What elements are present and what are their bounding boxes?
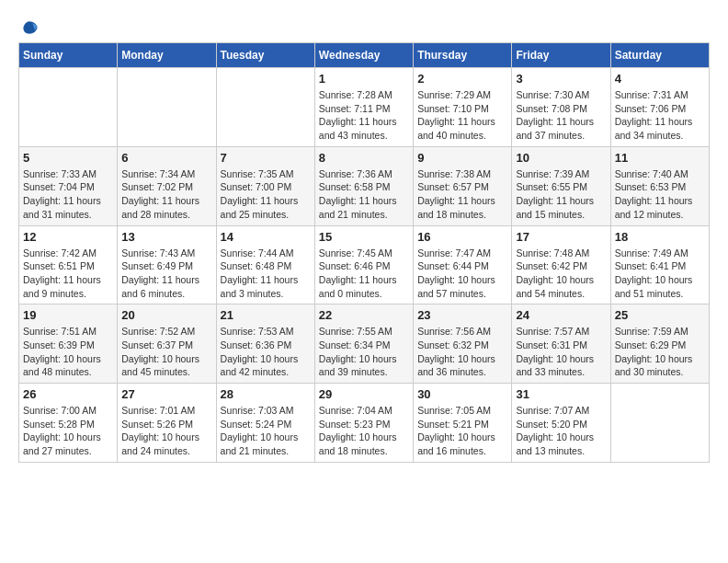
day-info: Sunrise: 7:05 AMSunset: 5:21 PMDaylight:… (417, 404, 507, 458)
day-number: 7 (221, 151, 311, 165)
day-number: 3 (516, 72, 606, 86)
day-info: Sunrise: 7:03 AMSunset: 5:24 PMDaylight:… (221, 404, 311, 458)
calendar-cell: 22Sunrise: 7:55 AMSunset: 6:34 PMDayligh… (314, 304, 413, 384)
day-info: Sunrise: 7:40 AMSunset: 6:53 PMDaylight:… (615, 167, 705, 222)
day-info: Sunrise: 7:01 AMSunset: 5:26 PMDaylight:… (121, 404, 211, 458)
calendar-header: SundayMondayTuesdayWednesdayThursdayFrid… (19, 43, 710, 68)
calendar-cell: 25Sunrise: 7:59 AMSunset: 6:29 PMDayligh… (610, 304, 709, 384)
calendar-cell: 21Sunrise: 7:53 AMSunset: 6:36 PMDayligh… (216, 304, 314, 384)
day-number: 2 (417, 72, 507, 86)
calendar-cell (19, 68, 118, 147)
calendar-cell: 14Sunrise: 7:44 AMSunset: 6:48 PMDayligh… (216, 225, 314, 304)
day-number: 25 (615, 308, 705, 322)
day-info: Sunrise: 7:35 AMSunset: 7:00 PMDaylight:… (221, 167, 311, 222)
calendar-cell: 30Sunrise: 7:05 AMSunset: 5:21 PMDayligh… (414, 384, 512, 463)
calendar-week-row: 26Sunrise: 7:00 AMSunset: 5:28 PMDayligh… (19, 384, 710, 463)
day-info: Sunrise: 7:55 AMSunset: 6:34 PMDaylight:… (319, 325, 409, 379)
day-info: Sunrise: 7:29 AMSunset: 7:10 PMDaylight:… (417, 88, 507, 143)
calendar-table: SundayMondayTuesdayWednesdayThursdayFrid… (18, 42, 710, 463)
day-number: 19 (23, 308, 113, 322)
day-info: Sunrise: 7:28 AMSunset: 7:11 PMDaylight:… (319, 88, 409, 143)
day-info: Sunrise: 7:45 AMSunset: 6:46 PMDaylight:… (319, 247, 409, 301)
day-number: 16 (417, 230, 507, 244)
calendar-cell: 7Sunrise: 7:35 AMSunset: 7:00 PMDaylight… (216, 146, 314, 225)
day-info: Sunrise: 7:39 AMSunset: 6:55 PMDaylight:… (516, 167, 606, 222)
calendar-cell: 17Sunrise: 7:48 AMSunset: 6:42 PMDayligh… (512, 225, 610, 304)
day-info: Sunrise: 7:30 AMSunset: 7:08 PMDaylight:… (516, 88, 606, 143)
calendar-cell: 18Sunrise: 7:49 AMSunset: 6:41 PMDayligh… (610, 225, 709, 304)
calendar-cell: 26Sunrise: 7:00 AMSunset: 5:28 PMDayligh… (19, 384, 118, 463)
day-number: 11 (615, 151, 705, 165)
day-info: Sunrise: 7:38 AMSunset: 6:57 PMDaylight:… (417, 167, 507, 222)
day-info: Sunrise: 7:59 AMSunset: 6:29 PMDaylight:… (615, 325, 705, 379)
day-number: 5 (23, 151, 113, 165)
calendar-week-row: 19Sunrise: 7:51 AMSunset: 6:39 PMDayligh… (19, 304, 710, 384)
calendar-cell: 3Sunrise: 7:30 AMSunset: 7:08 PMDaylight… (512, 68, 610, 147)
day-number: 15 (319, 230, 409, 244)
calendar-cell: 1Sunrise: 7:28 AMSunset: 7:11 PMDaylight… (314, 68, 413, 147)
day-number: 23 (417, 308, 507, 322)
calendar-cell: 9Sunrise: 7:38 AMSunset: 6:57 PMDaylight… (414, 146, 512, 225)
page-header (18, 18, 710, 33)
calendar-week-row: 12Sunrise: 7:42 AMSunset: 6:51 PMDayligh… (19, 225, 710, 304)
day-of-week-header: Sunday (19, 43, 118, 68)
day-info: Sunrise: 7:52 AMSunset: 6:37 PMDaylight:… (121, 325, 211, 379)
day-info: Sunrise: 7:07 AMSunset: 5:20 PMDaylight:… (516, 404, 606, 458)
day-number: 21 (221, 308, 311, 322)
calendar-cell: 13Sunrise: 7:43 AMSunset: 6:49 PMDayligh… (118, 225, 216, 304)
calendar-week-row: 5Sunrise: 7:33 AMSunset: 7:04 PMDaylight… (19, 146, 710, 225)
day-info: Sunrise: 7:33 AMSunset: 7:04 PMDaylight:… (23, 167, 113, 222)
calendar-cell: 6Sunrise: 7:34 AMSunset: 7:02 PMDaylight… (118, 146, 216, 225)
day-info: Sunrise: 7:04 AMSunset: 5:23 PMDaylight:… (319, 404, 409, 458)
day-number: 9 (417, 151, 507, 165)
day-number: 29 (319, 387, 409, 401)
calendar-cell: 5Sunrise: 7:33 AMSunset: 7:04 PMDaylight… (19, 146, 118, 225)
logo-icon (20, 18, 39, 37)
day-info: Sunrise: 7:57 AMSunset: 6:31 PMDaylight:… (516, 325, 606, 379)
day-number: 20 (121, 308, 211, 322)
calendar-cell: 24Sunrise: 7:57 AMSunset: 6:31 PMDayligh… (512, 304, 610, 384)
calendar-cell: 16Sunrise: 7:47 AMSunset: 6:44 PMDayligh… (414, 225, 512, 304)
day-number: 27 (121, 387, 211, 401)
calendar-cell: 15Sunrise: 7:45 AMSunset: 6:46 PMDayligh… (314, 225, 413, 304)
day-number: 22 (319, 308, 409, 322)
day-number: 1 (319, 72, 409, 86)
day-info: Sunrise: 7:48 AMSunset: 6:42 PMDaylight:… (516, 247, 606, 301)
day-number: 24 (516, 308, 606, 322)
calendar-week-row: 1Sunrise: 7:28 AMSunset: 7:11 PMDaylight… (19, 68, 710, 147)
calendar-cell: 27Sunrise: 7:01 AMSunset: 5:26 PMDayligh… (118, 384, 216, 463)
day-number: 12 (23, 230, 113, 244)
calendar-cell: 12Sunrise: 7:42 AMSunset: 6:51 PMDayligh… (19, 225, 118, 304)
day-number: 8 (319, 151, 409, 165)
day-number: 6 (121, 151, 211, 165)
day-number: 31 (516, 387, 606, 401)
calendar-cell (118, 68, 216, 147)
day-info: Sunrise: 7:51 AMSunset: 6:39 PMDaylight:… (23, 325, 113, 379)
day-number: 30 (417, 387, 507, 401)
day-info: Sunrise: 7:00 AMSunset: 5:28 PMDaylight:… (23, 404, 113, 458)
day-info: Sunrise: 7:31 AMSunset: 7:06 PMDaylight:… (615, 88, 705, 143)
calendar-cell: 28Sunrise: 7:03 AMSunset: 5:24 PMDayligh… (216, 384, 314, 463)
calendar-cell: 8Sunrise: 7:36 AMSunset: 6:58 PMDaylight… (314, 146, 413, 225)
day-number: 18 (615, 230, 705, 244)
calendar-cell: 20Sunrise: 7:52 AMSunset: 6:37 PMDayligh… (118, 304, 216, 384)
calendar-cell: 23Sunrise: 7:56 AMSunset: 6:32 PMDayligh… (414, 304, 512, 384)
day-of-week-header: Monday (118, 43, 216, 68)
day-of-week-header: Saturday (610, 43, 709, 68)
calendar-cell: 4Sunrise: 7:31 AMSunset: 7:06 PMDaylight… (610, 68, 709, 147)
calendar-cell (216, 68, 314, 147)
calendar-cell: 19Sunrise: 7:51 AMSunset: 6:39 PMDayligh… (19, 304, 118, 384)
calendar-cell (610, 384, 709, 463)
calendar-cell: 11Sunrise: 7:40 AMSunset: 6:53 PMDayligh… (610, 146, 709, 225)
logo (18, 18, 39, 33)
day-info: Sunrise: 7:53 AMSunset: 6:36 PMDaylight:… (221, 325, 311, 379)
day-number: 28 (221, 387, 311, 401)
day-number: 4 (615, 72, 705, 86)
day-of-week-header: Wednesday (314, 43, 413, 68)
day-info: Sunrise: 7:49 AMSunset: 6:41 PMDaylight:… (615, 247, 705, 301)
day-number: 13 (121, 230, 211, 244)
day-number: 10 (516, 151, 606, 165)
day-number: 14 (221, 230, 311, 244)
day-info: Sunrise: 7:56 AMSunset: 6:32 PMDaylight:… (417, 325, 507, 379)
day-number: 26 (23, 387, 113, 401)
